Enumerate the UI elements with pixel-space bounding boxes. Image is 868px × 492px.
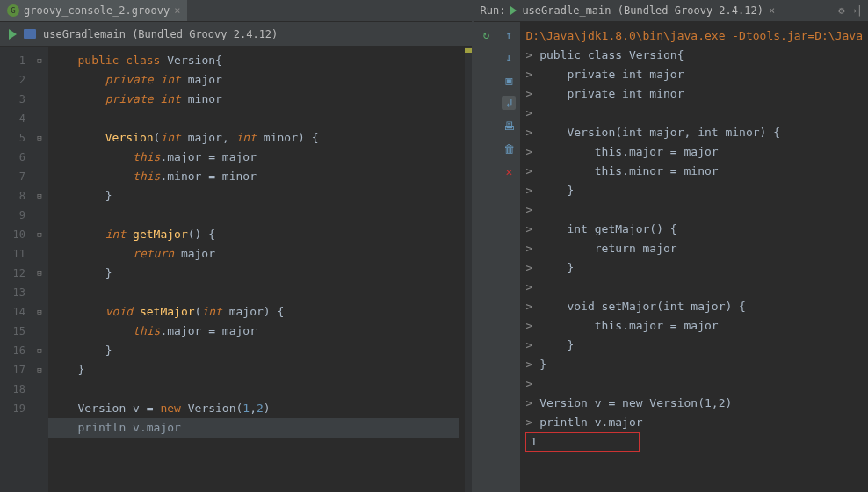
run-icon[interactable] [9, 29, 17, 40]
print-icon[interactable]: 🖶 [502, 119, 516, 133]
close-icon[interactable]: × [174, 4, 180, 17]
run-header: Run: useGradle_main (Bundled Groovy 2.4.… [474, 0, 868, 22]
collapse-icon[interactable]: →| [850, 4, 863, 17]
run-body: ↻ ↑ ↓ ▣ ↲ 🖶 🗑 ✕ D:\Java\jdk1.8.0\bin\jav… [474, 22, 868, 492]
fold-gutter: ⊟ ⊟ ⊟ ⊟ ⊟ ⊟ ⊟ ⊟ [31, 47, 48, 492]
editor-panel: G groovy_console_2.groovy × useGradlemai… [0, 0, 473, 492]
editor-scroll-marker[interactable] [465, 47, 472, 492]
attach-icon[interactable]: ▣ [502, 73, 516, 87]
close-icon[interactable]: × [769, 4, 775, 17]
down-icon[interactable]: ↓ [502, 50, 516, 64]
console-result-highlight: 1 [525, 432, 640, 452]
tab-filename: groovy_console_2.groovy [24, 4, 170, 17]
console-output[interactable]: D:\Java\jdk1.8.0\bin\java.exe -Dtools.ja… [520, 22, 868, 492]
run-toolbar-right: ↑ ↓ ▣ ↲ 🖶 🗑 ✕ [497, 22, 520, 492]
run-panel: Run: useGradle_main (Bundled Groovy 2.4.… [474, 0, 868, 492]
up-icon[interactable]: ↑ [502, 27, 516, 41]
clear-icon[interactable]: ✕ [502, 164, 516, 178]
groovy-icon: G [7, 4, 19, 17]
editor-tab[interactable]: G groovy_console_2.groovy × [0, 0, 187, 21]
gear-icon[interactable]: ⚙ [838, 4, 844, 17]
play-icon[interactable] [510, 6, 517, 15]
code-text-area[interactable]: public class Version{ private int major … [48, 47, 465, 492]
editor-area[interactable]: 1 2 3 4 5 6 7 8 9 10 11 12 13 14 15 16 1… [0, 47, 472, 492]
rerun-icon[interactable]: ↻ [479, 27, 493, 41]
run-toolbar-left: ↻ [474, 22, 497, 492]
breadcrumb-label: useGradlemain (Bundled Groovy 2.4.12) [43, 28, 278, 40]
run-label: Run: [480, 4, 505, 17]
module-icon [24, 29, 36, 39]
trash-icon[interactable]: 🗑 [502, 141, 516, 156]
run-config-name[interactable]: useGradle_main (Bundled Groovy 2.4.12) [522, 4, 763, 17]
wrap-icon[interactable]: ↲ [502, 96, 516, 110]
line-gutter: 1 2 3 4 5 6 7 8 9 10 11 12 13 14 15 16 1… [0, 47, 31, 492]
editor-breadcrumb-bar: useGradlemain (Bundled Groovy 2.4.12) [0, 22, 472, 47]
editor-tab-bar: G groovy_console_2.groovy × [0, 0, 472, 22]
console-cmd: D:\Java\jdk1.8.0\bin\java.exe -Dtools.ja… [525, 29, 863, 42]
